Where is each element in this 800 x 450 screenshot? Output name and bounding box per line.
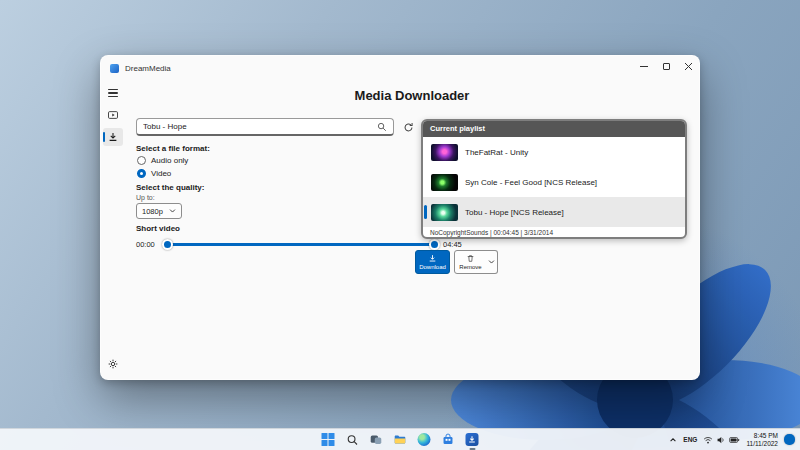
selected-item-metadata: NoCopyrightSounds | 00:04:45 | 3/31/2014 — [423, 227, 685, 238]
maximize-button[interactable] — [655, 56, 677, 76]
format-section-label: Select a file format: — [136, 144, 210, 153]
quality-dropdown[interactable]: 1080p — [136, 203, 182, 219]
download-icon — [107, 131, 119, 143]
radio-audio-only[interactable]: Audio only — [137, 156, 188, 165]
start-button[interactable] — [321, 432, 336, 447]
url-search-box — [136, 118, 394, 136]
file-explorer-icon — [394, 433, 407, 446]
quality-section-label: Select the quality: — [136, 183, 204, 192]
store-button[interactable] — [441, 432, 456, 447]
clock[interactable]: 8:45 PM 11/11/2022 — [746, 432, 778, 448]
trim-start-time: 00:00 — [136, 240, 155, 249]
playlist-item-title: Tobu - Hope [NCS Release] — [465, 208, 564, 217]
edge-icon — [418, 433, 431, 446]
search-icon — [346, 434, 358, 446]
download-button[interactable]: Download — [415, 250, 450, 274]
slider-end-handle[interactable] — [429, 239, 440, 250]
trim-end-time: 04:45 — [443, 240, 462, 249]
settings-button[interactable] — [103, 355, 123, 373]
minimize-button[interactable] — [633, 56, 655, 76]
close-icon — [684, 62, 693, 71]
volume-icon — [716, 435, 726, 445]
playlist-item-3-selected[interactable]: Tobu - Hope [NCS Release] — [423, 197, 685, 227]
refresh-icon — [403, 122, 414, 133]
taskbar: ENG 8:45 PM 11/11/202 — [0, 428, 800, 450]
page-title: Media Downloader — [125, 88, 699, 103]
sidebar-item-media-library[interactable] — [103, 106, 123, 124]
search-icon — [377, 122, 387, 132]
remove-button-label: Remove — [459, 264, 481, 270]
download-icon — [428, 254, 437, 263]
minimize-icon — [640, 66, 648, 67]
playlist-header: Current playlist — [423, 121, 685, 137]
radio-circle-selected-icon — [137, 169, 146, 178]
app-window: DreamMedia — [100, 55, 700, 380]
playlist-item-2[interactable]: Syn Cole - Feel Good [NCS Release] — [423, 167, 685, 197]
video-thumbnail — [431, 174, 458, 191]
video-thumbnail — [431, 144, 458, 161]
store-icon — [442, 433, 455, 446]
media-downloader-app-button[interactable] — [465, 432, 480, 447]
notification-badge[interactable] — [784, 434, 795, 445]
remove-options-button[interactable] — [486, 250, 498, 274]
sidebar — [101, 80, 125, 379]
playlist-item-title: Syn Cole - Feel Good [NCS Release] — [465, 178, 597, 187]
chevron-down-icon — [169, 208, 176, 214]
chevron-down-icon — [488, 259, 495, 265]
refresh-button[interactable] — [401, 120, 415, 134]
playlist-item-title: TheFatRat - Unity — [465, 148, 528, 157]
trim-range-slider[interactable] — [165, 238, 437, 251]
close-button[interactable] — [677, 56, 699, 76]
file-explorer-button[interactable] — [393, 432, 408, 447]
system-tray-icons[interactable] — [703, 435, 740, 445]
task-view-icon — [370, 433, 383, 446]
tray-expand-button[interactable] — [669, 436, 677, 444]
playlist-panel: Current playlist TheFatRat - Unity Syn C… — [421, 119, 687, 239]
task-view-button[interactable] — [369, 432, 384, 447]
slider-start-handle[interactable] — [162, 239, 173, 250]
radio-video[interactable]: Video — [137, 169, 171, 178]
desktop-wallpaper: DreamMedia — [0, 0, 800, 450]
tray-date: 11/11/2022 — [746, 440, 778, 448]
window-title: DreamMedia — [125, 64, 171, 73]
radio-circle-icon — [137, 156, 146, 165]
edge-browser-button[interactable] — [417, 432, 432, 447]
battery-icon — [729, 435, 740, 445]
settings-gear-icon — [107, 358, 119, 370]
language-indicator[interactable]: ENG — [683, 436, 697, 443]
playlist-item-1[interactable]: TheFatRat - Unity — [423, 137, 685, 167]
media-downloader-app-icon — [466, 433, 479, 446]
taskbar-search-button[interactable] — [345, 432, 360, 447]
media-library-icon — [107, 109, 119, 121]
remove-button[interactable]: Remove — [454, 250, 487, 274]
wifi-icon — [703, 435, 713, 445]
tray-time: 8:45 PM — [746, 432, 778, 440]
quality-sublabel: Up to: — [136, 194, 155, 201]
app-logo-icon — [110, 64, 119, 73]
video-thumbnail — [431, 204, 458, 221]
radio-label: Video — [151, 169, 171, 178]
windows-start-icon — [322, 433, 335, 446]
download-button-label: Download — [419, 264, 446, 270]
hamburger-menu-button[interactable] — [103, 84, 123, 102]
trim-section-label: Short video — [136, 224, 180, 233]
hamburger-icon — [108, 89, 118, 97]
search-input[interactable] — [137, 122, 377, 131]
radio-label: Audio only — [151, 156, 188, 165]
slider-track[interactable] — [167, 243, 435, 246]
chevron-up-icon — [669, 436, 677, 444]
quality-value: 1080p — [142, 207, 163, 216]
maximize-icon — [663, 63, 670, 70]
window-titlebar[interactable]: DreamMedia — [101, 56, 699, 80]
sidebar-item-downloader[interactable] — [103, 128, 123, 146]
trash-icon — [466, 254, 475, 263]
